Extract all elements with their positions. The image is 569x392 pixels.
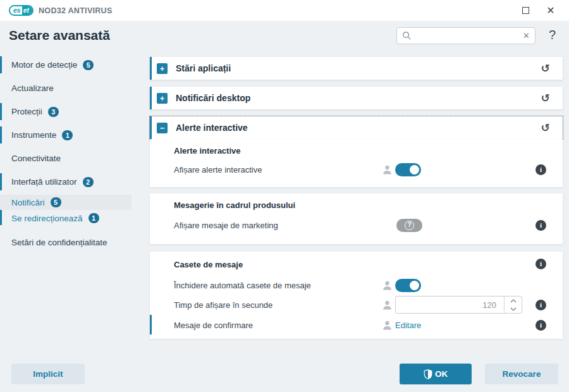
group-mesagerie: Mesagerie în cadrul produsului Afișare m… xyxy=(150,193,563,244)
sidebar-item-protectii[interactable]: Protecții 3 xyxy=(0,100,147,123)
sidebar-group-notificari: Notificări 5 Se redirecționează 1 xyxy=(0,195,147,226)
collapse-icon[interactable]: − xyxy=(157,123,168,133)
sidebar: Motor de detecție 5 Actualizare Protecți… xyxy=(0,53,147,254)
sidebar-item-interfata-utilizator[interactable]: Interfață utilizator 2 xyxy=(0,170,147,193)
section-label: Alerte interactive xyxy=(176,123,248,133)
edit-link[interactable]: Editare xyxy=(395,321,421,330)
sidebar-item-conectivitate[interactable]: Conectivitate xyxy=(0,147,147,170)
change-count-badge: 3 xyxy=(48,107,59,117)
group-alerte-interactive: Alerte interactive Afișare alerte intera… xyxy=(150,139,563,187)
sidebar-item-label: Conectivitate xyxy=(11,154,61,163)
setting-row-inchidere-automata: Închidere automată casete de mesaje xyxy=(150,276,563,295)
setting-row-afisare-alerte: Afișare alerte interactive i xyxy=(150,157,563,182)
sidebar-item-label: Se redirecționează xyxy=(11,214,83,223)
setting-row-mesaje-confirmare: Mesaje de confirmare Editare i xyxy=(150,315,563,335)
spinner-up-icon[interactable] xyxy=(505,297,522,305)
toggle-on[interactable] xyxy=(395,279,421,292)
sidebar-item-se-redirectioneaza[interactable]: Se redirecționează 1 xyxy=(0,210,147,226)
sidebar-item-notificari[interactable]: Notificări 5 xyxy=(0,195,132,210)
section-label: Stări aplicații xyxy=(176,63,231,73)
expand-icon[interactable]: + xyxy=(157,63,168,74)
uac-shield-icon xyxy=(424,369,432,379)
sidebar-item-setari-de-confidentialitate[interactable]: Setări de confidențialitate xyxy=(0,231,147,254)
default-button[interactable]: Implicit xyxy=(11,364,85,384)
setting-label: Închidere automată casete de mesaje xyxy=(174,281,311,290)
question-icon: ? xyxy=(405,221,414,230)
group-heading-label: Casete de mesaje xyxy=(174,260,243,269)
page-title: Setare avansată xyxy=(9,28,110,43)
setting-row-mesaje-marketing: Afișare mesaje de marketing ? i xyxy=(150,211,563,239)
info-icon[interactable]: i xyxy=(535,320,546,331)
section-alerte-interactive[interactable]: − Alerte interactive ↺ xyxy=(150,116,563,139)
person-icon xyxy=(382,280,393,291)
section-stari-aplicatii[interactable]: + Stări aplicații ↺ xyxy=(150,57,563,80)
close-button[interactable]: ✕ xyxy=(544,4,558,18)
maximize-button[interactable] xyxy=(518,4,532,18)
sidebar-item-label: Actualizare xyxy=(11,83,54,93)
info-icon[interactable]: i xyxy=(535,300,546,310)
revert-icon[interactable]: ↺ xyxy=(541,123,550,133)
ok-button[interactable]: OK xyxy=(400,364,472,384)
ok-label: OK xyxy=(435,369,448,379)
sidebar-item-actualizare[interactable]: Actualizare xyxy=(0,77,147,100)
section-notificari-desktop[interactable]: + Notificări desktop ↺ xyxy=(150,87,563,109)
change-count-badge: 5 xyxy=(83,60,94,70)
eset-logo-icon: es et xyxy=(9,5,34,16)
sidebar-item-label: Instrumente xyxy=(11,130,56,140)
help-icon[interactable]: ? xyxy=(549,28,556,42)
revert-icon[interactable]: ↺ xyxy=(541,93,550,104)
sidebar-item-label: Protecții xyxy=(11,107,42,116)
person-icon xyxy=(382,320,393,331)
setting-row-timp-afisare: Timp de afișare în secunde i xyxy=(150,295,563,315)
sidebar-item-instrumente[interactable]: Instrumente 1 xyxy=(0,123,147,147)
person-icon xyxy=(382,164,393,175)
group-heading: Mesagerie în cadrul produsului xyxy=(150,193,563,211)
info-icon[interactable]: i xyxy=(535,259,546,269)
toggle-unknown[interactable]: ? xyxy=(396,219,422,232)
sidebar-item-label: Setări de confidențialitate xyxy=(11,238,107,247)
info-icon[interactable]: i xyxy=(535,164,546,175)
spinner-down-icon[interactable] xyxy=(505,305,522,313)
sidebar-item-label: Motor de detecție xyxy=(11,60,77,70)
group-heading: Casete de mesaje i xyxy=(150,252,563,271)
search-clear-icon[interactable]: ✕ xyxy=(523,31,530,40)
maximize-icon xyxy=(522,7,529,14)
group-casete-de-mesaje: Casete de mesaje i Închidere automată ca… xyxy=(150,252,563,339)
sidebar-item-label: Notificări xyxy=(11,198,45,207)
change-count-badge: 5 xyxy=(51,197,61,207)
cancel-button[interactable]: Revocare xyxy=(485,364,558,384)
titlebar: es et NOD32 ANTIVIRUS ✕ xyxy=(0,0,569,21)
group-heading: Alerte interactive xyxy=(150,139,563,157)
revert-icon[interactable]: ↺ xyxy=(541,63,550,74)
number-spinner xyxy=(504,297,522,313)
change-count-badge: 1 xyxy=(62,130,73,140)
seconds-input[interactable] xyxy=(395,296,522,314)
setting-label: Timp de afișare în secunde xyxy=(174,300,272,310)
logo-dot xyxy=(32,5,34,8)
search-icon xyxy=(402,31,412,40)
sidebar-item-label: Interfață utilizator xyxy=(11,177,77,187)
search-box[interactable]: ✕ xyxy=(396,27,535,44)
settings-panel: + Stări aplicații ↺ + Notificări desktop… xyxy=(150,57,563,339)
setting-label: Afișare alerte interactive xyxy=(174,165,262,175)
expand-icon[interactable]: + xyxy=(157,93,168,104)
change-count-badge: 1 xyxy=(89,213,99,223)
person-icon xyxy=(382,300,393,310)
setting-label: Mesaje de confirmare xyxy=(174,321,253,330)
setting-label: Afișare mesaje de marketing xyxy=(174,221,278,230)
section-label: Notificări desktop xyxy=(176,93,250,103)
toggle-knob xyxy=(410,281,419,290)
change-count-badge: 2 xyxy=(83,177,94,187)
toggle-knob xyxy=(410,165,419,175)
info-icon[interactable]: i xyxy=(535,220,546,231)
search-input[interactable] xyxy=(415,31,519,40)
toggle-on[interactable] xyxy=(395,163,421,176)
app-title: NOD32 ANTIVIRUS xyxy=(39,6,113,15)
sidebar-item-motor-de-detectie[interactable]: Motor de detecție 5 xyxy=(0,53,147,77)
